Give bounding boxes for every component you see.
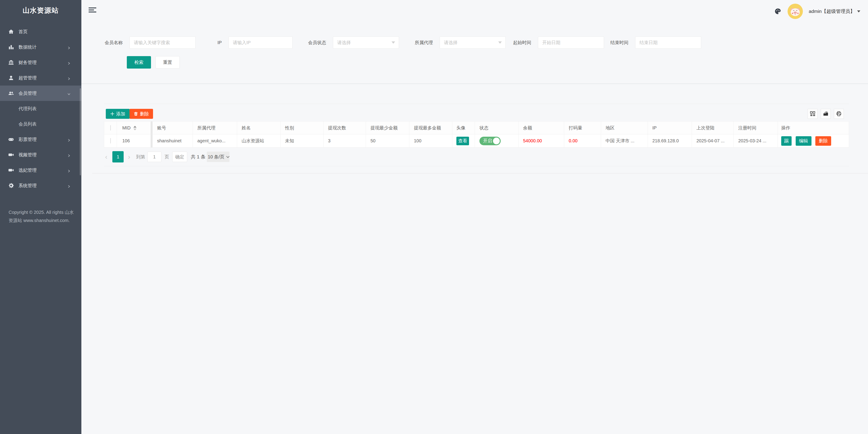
app-title: 山水资源站 — [0, 0, 81, 24]
edit-button[interactable]: 编辑 — [796, 136, 811, 146]
caret-down-icon — [857, 10, 860, 12]
table-toolbar: 添加 删除 — [104, 104, 849, 121]
col-mid[interactable]: MID — [117, 121, 151, 135]
col-avatar: 头像 — [452, 121, 475, 135]
col-account: 账号 — [153, 121, 193, 135]
sort-icon[interactable] — [133, 126, 136, 131]
delete-button[interactable]: 删除 — [129, 109, 153, 119]
sidebar-item-lottery[interactable]: 彩票管理 — [0, 132, 81, 147]
sidebar: 山水资源站 首页 数据统计 财务管理 超管管理 — [0, 0, 81, 434]
reset-button[interactable]: 重置 — [156, 56, 180, 68]
cell-gender: 未知 — [281, 135, 323, 147]
chevron-right-icon — [67, 46, 70, 49]
gear-icon — [8, 183, 14, 189]
cell-agent: agent_wuko... — [193, 135, 237, 147]
cell-withdraw-min: 50 — [366, 135, 409, 147]
search-button[interactable]: 检索 — [127, 56, 151, 68]
sidebar-subitem-member-list[interactable]: 会员列表 — [0, 116, 81, 132]
select-all-checkbox[interactable] — [110, 125, 111, 131]
home-icon — [8, 29, 14, 35]
sidebar-item-home[interactable]: 首页 — [0, 24, 81, 39]
sidebar-item-finance[interactable]: 财务管理 — [0, 55, 81, 70]
copyright-text: Copyright © 2025. All rights 山水资源站 www.s… — [8, 208, 74, 225]
field-member-status: 会员状态 请选择 — [308, 36, 399, 49]
view-avatar-button[interactable]: 查看 — [456, 137, 469, 145]
table-row: 106 shanshuinet agent_wuko... 山水资源站 未知 3… — [104, 135, 849, 147]
col-gender: 性别 — [281, 121, 323, 135]
field-start-time: 起始时间 — [513, 36, 604, 49]
cell-register-time: 2025-03-24 ... — [734, 135, 778, 147]
fixed-column-divider — [151, 135, 153, 147]
field-end-time: 结束时间 — [610, 36, 701, 49]
next-page-button[interactable]: › — [128, 153, 130, 161]
avatar[interactable] — [787, 4, 803, 19]
cell-withdraw-max: 100 — [409, 135, 452, 147]
page-size-select[interactable]: 10 条/页 — [207, 152, 229, 162]
member-table-card: 添加 删除 — [104, 104, 849, 166]
bank-icon — [8, 59, 14, 65]
member-name-input[interactable] — [129, 36, 195, 49]
row-delete-button[interactable]: 删除 — [815, 136, 831, 146]
field-member-name: 会员名称 — [105, 36, 195, 49]
cell-withdraw-count: 3 — [323, 135, 366, 147]
table-header-row: MID 账号 所属代理 姓名 性别 提现次数 提现最少金额 提现最多金额 头像 … — [104, 121, 849, 135]
chevron-right-icon — [67, 138, 70, 141]
sidebar-item-superadmin[interactable]: 超管管理 — [0, 70, 81, 86]
end-date-input[interactable] — [635, 36, 701, 49]
select-caret-icon — [498, 41, 502, 44]
cell-region: 中国 天津市 ... — [601, 135, 648, 147]
hamburger-icon[interactable] — [89, 7, 97, 13]
agent-select[interactable]: 请选择 — [440, 36, 506, 49]
palette-icon[interactable] — [774, 7, 782, 15]
goto-label: 到第 — [136, 154, 145, 160]
col-status: 状态 — [475, 121, 519, 135]
member-table: MID 账号 所属代理 姓名 性别 提现次数 提现最少金额 提现最多金额 头像 … — [104, 121, 849, 147]
start-date-input[interactable] — [538, 36, 604, 49]
main-content: admin【超级管理员】 会员名称 IP 会员状态 请选择 所属代理 请选择 — [81, 0, 868, 434]
video-icon — [8, 167, 14, 173]
users-icon — [8, 90, 14, 96]
prev-page-button[interactable]: ‹ — [105, 153, 107, 161]
col-dama: 打码量 — [564, 121, 601, 135]
admin-dropdown[interactable]: admin【超级管理员】 — [809, 8, 860, 15]
sidebar-item-statistics[interactable]: 数据统计 — [0, 39, 81, 55]
page-suffix-label: 页 — [164, 154, 169, 160]
goto-confirm-button[interactable]: 确定 — [172, 152, 187, 162]
col-region: 地区 — [601, 121, 648, 135]
col-withdraw-min: 提现最少金额 — [366, 121, 409, 135]
search-form: 会员名称 IP 会员状态 请选择 所属代理 请选择 起始时间 结束时间 — [81, 20, 868, 84]
status-toggle[interactable]: 开启 — [479, 137, 501, 145]
topbar: admin【超级管理员】 — [81, 0, 868, 20]
ip-input[interactable] — [228, 36, 292, 49]
sidebar-item-xuanfei[interactable]: 选妃管理 — [0, 163, 81, 178]
gamepad-icon — [8, 137, 14, 142]
sidebar-subitem-agent-list[interactable]: 代理列表 — [0, 101, 81, 116]
sidebar-item-members[interactable]: 会员管理 — [0, 86, 81, 101]
sidebar-item-video[interactable]: 视频管理 — [0, 147, 81, 163]
col-withdraw-count: 提现次数 — [323, 121, 366, 135]
field-agent: 所属代理 请选择 — [415, 36, 506, 49]
cell-mid: 106 — [117, 135, 151, 147]
col-agent: 所属代理 — [193, 121, 237, 135]
chevron-right-icon — [67, 153, 70, 156]
cell-last-login: 2025-04-07 ... — [692, 135, 734, 147]
row-checkbox[interactable] — [110, 138, 111, 143]
print-icon[interactable] — [834, 109, 844, 119]
sidebar-menu: 首页 数据统计 财务管理 超管管理 会员 — [0, 24, 81, 193]
add-button[interactable]: 添加 — [106, 109, 130, 119]
kick-button[interactable]: 踢 — [781, 136, 792, 146]
col-register-time: 注册时间 — [734, 121, 778, 135]
fixed-column-divider — [151, 121, 153, 135]
chevron-down-icon — [67, 92, 70, 95]
sidebar-item-system[interactable]: 系统管理 — [0, 178, 81, 193]
content-divider — [92, 173, 868, 174]
member-status-select[interactable]: 请选择 — [333, 36, 399, 49]
col-withdraw-max: 提现最多金额 — [409, 121, 452, 135]
chevron-right-icon — [67, 169, 70, 172]
export-icon[interactable] — [821, 109, 831, 119]
col-actions: 操作 — [778, 121, 849, 135]
filter-columns-icon[interactable] — [808, 109, 817, 119]
sidebar-scrollbar[interactable] — [80, 88, 81, 175]
current-page-button[interactable]: 1 — [112, 151, 124, 163]
goto-page-input[interactable]: 1 — [147, 152, 161, 162]
